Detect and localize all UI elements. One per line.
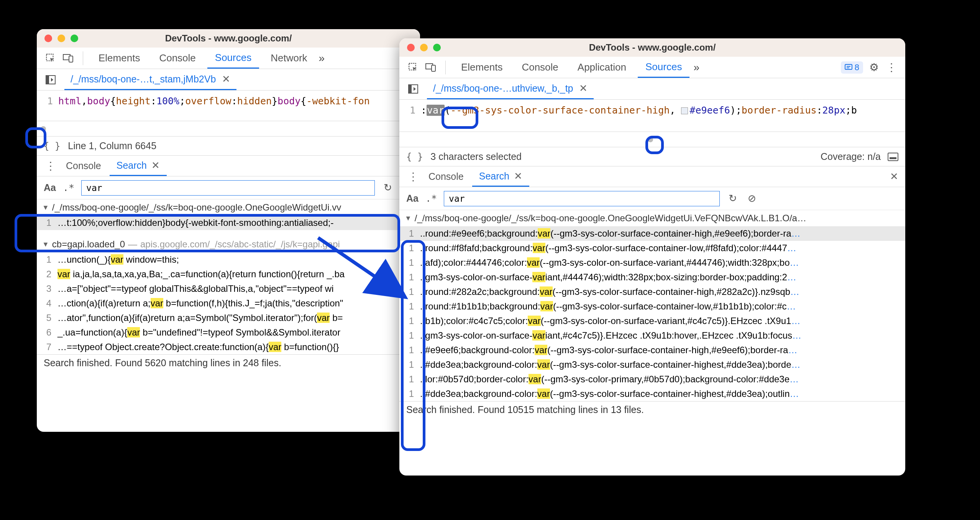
result-line-num: 4 bbox=[42, 296, 57, 311]
drawer-menu-icon[interactable]: ⋮ bbox=[44, 159, 57, 173]
drawer-menu-icon[interactable]: ⋮ bbox=[406, 170, 420, 184]
result-file-header[interactable]: ▼/_/mss/boq-one-google/_/ss/k=boq-one-go… bbox=[399, 210, 905, 226]
code-line[interactable]: :var(--gm3-sys-color-surface-container-h… bbox=[421, 100, 905, 132]
result-row[interactable]: 1..lor:#0b57d0;border-color:var(--gm3-sy… bbox=[399, 372, 905, 387]
search-input[interactable]: var bbox=[81, 180, 375, 196]
tab-sources[interactable]: Sources bbox=[638, 57, 689, 78]
drawer-close-icon[interactable]: ✕ bbox=[890, 171, 898, 183]
color-swatch[interactable] bbox=[681, 107, 688, 114]
svg-rect-12 bbox=[409, 85, 412, 93]
dash: — bbox=[128, 237, 137, 252]
tab-sources[interactable]: Sources bbox=[207, 48, 259, 69]
divider bbox=[83, 51, 83, 65]
result-row[interactable]: 1..afd);color:#444746;color:var(--gm3-sy… bbox=[399, 255, 905, 270]
more-tabs-icon[interactable]: » bbox=[319, 52, 325, 64]
match-case-toggle[interactable]: Aa bbox=[44, 182, 56, 193]
result-line-num: 1 bbox=[405, 372, 420, 387]
source-file-tab[interactable]: /_/mss/boq-one-…uthview,_b,_tp ✕ bbox=[427, 78, 594, 99]
messages-badge[interactable]: 8 bbox=[841, 61, 863, 74]
close-icon[interactable]: ✕ bbox=[514, 170, 522, 182]
tab-application[interactable]: Application bbox=[570, 57, 634, 78]
result-line-num: 5 bbox=[42, 311, 57, 325]
code-token: height bbox=[116, 95, 151, 107]
tab-elements[interactable]: Elements bbox=[453, 57, 510, 78]
code-line[interactable]: html,body{height:100%;overflow:hidden}bo… bbox=[58, 91, 420, 121]
result-snippet: …ator",function(a){if(a)return a;a=Symbo… bbox=[57, 311, 343, 325]
result-row[interactable]: 1..#e9eef6;background-color:var(--gm3-sy… bbox=[399, 343, 905, 357]
result-row[interactable]: 1..round:#282a2c;background:var(--gm3-sy… bbox=[399, 285, 905, 299]
minimap[interactable] bbox=[37, 121, 420, 137]
pretty-print-icon[interactable]: { } bbox=[44, 141, 60, 151]
result-file-header[interactable]: ▼cb=gapi.loaded_0 — apis.google.com/_/sc… bbox=[37, 236, 420, 252]
result-line-num: 1 bbox=[405, 314, 420, 328]
regex-toggle[interactable]: .* bbox=[63, 182, 74, 193]
result-snippet: ..#e9eef6;background-color:var(--gm3-sys… bbox=[420, 343, 797, 357]
result-line-num: 7 bbox=[42, 340, 57, 354]
result-row[interactable]: 1…t:100%;overflow:hidden}body{-webkit-fo… bbox=[37, 216, 420, 230]
result-row[interactable]: 1..b1b);color:#c4c7c5;color:var(--gm3-sy… bbox=[399, 314, 905, 328]
result-line-num: 1 bbox=[42, 252, 57, 267]
settings-icon[interactable]: ⚙ bbox=[867, 61, 881, 74]
result-snippet: ..afd);color:#444746;color:var(--gm3-sys… bbox=[420, 255, 799, 270]
close-icon[interactable]: ✕ bbox=[151, 160, 160, 171]
panel-toggle-icon[interactable] bbox=[888, 153, 898, 161]
result-row[interactable]: 1..round:#f8fafd;background:var(--gm3-sy… bbox=[399, 241, 905, 255]
disclosure-icon: ▼ bbox=[405, 211, 412, 225]
result-snippet: _.ua=function(a){var b="undefined"!=type… bbox=[57, 325, 340, 340]
result-snippet: …ction(a){if(a)return a;var b=function(f… bbox=[57, 296, 343, 311]
tab-console[interactable]: Console bbox=[151, 48, 203, 69]
result-row[interactable]: 1..round:#1b1b1b;background:var(--gm3-sy… bbox=[399, 299, 905, 314]
drawer-tab-search[interactable]: Search ✕ bbox=[110, 156, 167, 176]
refresh-icon[interactable]: ↻ bbox=[727, 193, 739, 205]
result-file-header[interactable]: ▼/_/mss/boq-one-google/_/ss/k=boq-one-go… bbox=[37, 199, 420, 216]
more-tabs-icon[interactable]: » bbox=[693, 61, 699, 74]
result-line-num: 1 bbox=[405, 270, 420, 285]
source-file-tab[interactable]: /_/mss/boq-one-…t,_stam,jMb2Vb ✕ bbox=[64, 69, 236, 90]
code-token: ( bbox=[445, 105, 450, 116]
svg-rect-2 bbox=[69, 56, 73, 62]
result-row[interactable]: 1…unction(_){var window=this; bbox=[37, 252, 420, 267]
close-icon[interactable]: ✕ bbox=[579, 82, 588, 94]
tab-console[interactable]: Console bbox=[514, 57, 566, 78]
result-row[interactable]: 2var ia,ja,la,sa,ta,xa,ya,Ba;_.ca=functi… bbox=[37, 267, 420, 281]
result-row[interactable]: 1..gm3-sys-color-on-surface-variant,#c4c… bbox=[399, 328, 905, 343]
result-row[interactable]: 6_.ua=function(a){var b="undefined"!=typ… bbox=[37, 325, 420, 340]
refresh-icon[interactable]: ↻ bbox=[382, 182, 394, 194]
result-line-num: 1 bbox=[405, 285, 420, 299]
kebab-icon[interactable]: ⋮ bbox=[885, 61, 898, 74]
inspect-icon[interactable] bbox=[406, 61, 420, 74]
drawer-tab-console[interactable]: Console bbox=[422, 166, 471, 187]
result-row[interactable]: 1..gm3-sys-color-on-surface-variant,#444… bbox=[399, 270, 905, 285]
result-row[interactable]: 5…ator",function(a){if(a)return a;a=Symb… bbox=[37, 311, 420, 325]
navigator-toggle-icon[interactable] bbox=[44, 73, 57, 87]
drawer-tab-label: Search bbox=[479, 171, 509, 182]
file-path: apis.google.com/_/scs/abc-static/_/js/k=… bbox=[140, 237, 340, 252]
result-row[interactable]: 1..round:#e9eef6;background:var(--gm3-sy… bbox=[399, 226, 905, 241]
drawer-tab-search[interactable]: Search ✕ bbox=[472, 166, 529, 187]
result-line-num: 6 bbox=[42, 325, 57, 340]
result-snippet: ..b1b);color:#c4c7c5;color:var(--gm3-sys… bbox=[420, 314, 800, 328]
drawer-tab-console[interactable]: Console bbox=[59, 156, 108, 176]
pretty-print-icon[interactable]: { } bbox=[406, 151, 423, 162]
close-icon[interactable]: ✕ bbox=[222, 73, 230, 85]
result-row[interactable]: 4…ction(a){if(a)return a;var b=function(… bbox=[37, 296, 420, 311]
inspect-icon[interactable] bbox=[44, 51, 57, 65]
device-toggle-icon[interactable] bbox=[424, 61, 438, 74]
result-snippet: ..round:#e9eef6;background:var(--gm3-sys… bbox=[420, 226, 801, 241]
navigator-toggle-icon[interactable] bbox=[406, 82, 420, 96]
tab-elements[interactable]: Elements bbox=[91, 48, 148, 69]
match-case-toggle[interactable]: Aa bbox=[406, 193, 419, 204]
search-input[interactable]: var bbox=[444, 191, 720, 206]
minimap[interactable] bbox=[399, 132, 905, 147]
device-toggle-icon[interactable] bbox=[61, 51, 75, 65]
result-row[interactable]: 3…a=["object"==typeof globalThis&&global… bbox=[37, 281, 420, 296]
clear-icon[interactable]: ⊘ bbox=[746, 193, 758, 205]
regex-toggle[interactable]: .* bbox=[425, 193, 437, 204]
result-row[interactable]: 7…==typeof Object.create?Object.create:f… bbox=[37, 340, 420, 354]
code-token: ; bbox=[736, 105, 742, 116]
tab-network[interactable]: Network bbox=[263, 48, 315, 69]
file-name: cb=gapi.loaded_0 bbox=[52, 237, 125, 252]
result-row[interactable]: 1..#dde3ea;background-color:var(--gm3-sy… bbox=[399, 357, 905, 372]
line-number: 1 bbox=[399, 100, 421, 132]
result-row[interactable]: 1..#dde3ea;background-color:var(--gm3-sy… bbox=[399, 387, 905, 401]
